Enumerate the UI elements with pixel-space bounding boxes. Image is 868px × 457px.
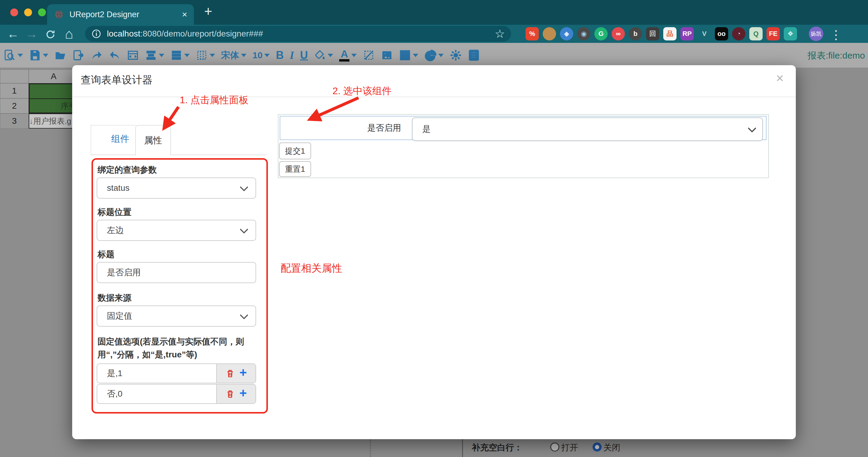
tab-close-icon[interactable]: × [182, 9, 187, 20]
url-bar[interactable]: localhost :8080/demo/ureport/designer###… [85, 26, 511, 42]
font-size-select[interactable]: 10 [252, 50, 270, 60]
underline-button[interactable]: U [300, 49, 308, 62]
clear-cell-button[interactable] [363, 49, 375, 61]
tab-properties-active[interactable]: 属性 [135, 125, 171, 155]
add-option-icon[interactable]: + [240, 389, 247, 397]
bold-button[interactable]: B [276, 49, 284, 62]
line-height-button[interactable] [170, 49, 190, 61]
home-icon[interactable]: ⌂ [60, 26, 79, 42]
report-designer-toolbar: 宋体 10 B I U A 报表:file:demo [0, 43, 868, 68]
redo-icon[interactable] [91, 49, 103, 61]
new-tab-button[interactable]: + [204, 3, 212, 19]
radio-open[interactable] [550, 443, 559, 452]
infinity-extension-icon[interactable]: ∞ [612, 27, 625, 40]
font-family-value: 宋体 [221, 49, 239, 62]
extensions-strip: %◆◉G∞b回品RPVoo◔QFE❖ [526, 27, 797, 40]
title-value: 是否启用 [107, 267, 141, 278]
bound-param-label: 绑定的查询参数 [98, 164, 157, 176]
pad-blank-rows-label: 补充空白行： [472, 442, 523, 453]
qrcode-button[interactable] [399, 49, 418, 61]
dialog-close-icon[interactable]: × [776, 71, 784, 86]
align-button[interactable] [145, 49, 164, 61]
blue-drop-extension-icon[interactable]: ◆ [560, 27, 573, 40]
fixed-option-actions: + [216, 364, 255, 383]
tab-panel-top-border [91, 125, 136, 126]
profile-avatar[interactable]: 扬凯 [809, 27, 823, 41]
font-color-button[interactable]: A [339, 49, 357, 62]
puzzle-extension-icon[interactable]: ❖ [784, 27, 797, 40]
axure-rp-extension-icon[interactable]: RP [680, 27, 694, 40]
sheet-cell-a3[interactable]: ↓ 用户报表.g [29, 113, 79, 129]
sheet-row-header-1[interactable]: 1 [0, 83, 29, 98]
scanner-extension-icon[interactable]: 回 [646, 27, 659, 40]
page-info-icon[interactable] [91, 29, 101, 39]
browser-menu-icon[interactable]: ⋮ [830, 28, 842, 42]
tab-components[interactable]: 组件 [103, 133, 137, 145]
settings-gear-icon[interactable] [450, 49, 462, 61]
chevron-down-icon [748, 124, 756, 132]
back-icon[interactable]: ← [4, 27, 22, 41]
tab-panel-left-border [91, 125, 91, 155]
cookie-extension-icon[interactable] [543, 27, 556, 40]
sheet-cell-a2[interactable]: 序号 [30, 99, 78, 113]
sheet-corner-cell[interactable] [0, 69, 29, 83]
title-input[interactable]: 是否启用 [97, 262, 256, 283]
keyhole-search-extension-icon[interactable]: Q [749, 27, 763, 40]
camera-extension-icon[interactable]: ◉ [577, 27, 590, 40]
radio-close-selected[interactable] [593, 443, 601, 452]
title-position-select[interactable]: 左边 [97, 220, 256, 241]
grammar-extension-icon[interactable]: G [594, 27, 608, 40]
window-minimize-button[interactable] [24, 8, 32, 16]
submit-button[interactable]: 提交1 [279, 142, 311, 159]
title-position-value: 左边 [107, 225, 124, 236]
sheet-col-header-a[interactable]: A [29, 69, 79, 83]
reset-button[interactable]: 重置1 [279, 161, 311, 177]
url-path: :8080/demo/ureport/designer### [141, 29, 263, 39]
bound-param-select[interactable]: status [97, 177, 256, 199]
dark-red-circle-extension-icon[interactable]: ◔ [732, 27, 745, 40]
fixed-option-row: 否,0 + [97, 384, 256, 404]
window-close-button[interactable] [10, 8, 18, 16]
bookmark-star-icon[interactable]: ☆ [495, 27, 505, 40]
tree-diagram-extension-icon[interactable]: 品 [663, 27, 677, 40]
query-form-designer-button[interactable] [468, 49, 480, 61]
chart-button[interactable] [424, 49, 444, 61]
radio-close-label[interactable]: 关闭 [603, 442, 620, 453]
radio-open-label[interactable]: 打开 [561, 442, 578, 453]
canvas-dashed-divider [370, 439, 371, 457]
fill-color-button[interactable] [314, 49, 333, 61]
oo-black-extension-icon[interactable]: oo [715, 27, 728, 40]
fixed-option-input-2[interactable]: 否,0 [97, 385, 216, 403]
add-option-icon[interactable]: + [240, 368, 247, 377]
bird-extension-icon[interactable]: b [629, 27, 642, 40]
border-grid-button[interactable] [196, 49, 215, 61]
browser-tab[interactable]: UReport2 Designer × [47, 4, 194, 25]
save-button[interactable] [29, 49, 48, 61]
window-zoom-button[interactable] [38, 8, 46, 16]
delete-option-icon[interactable] [226, 389, 235, 398]
fixed-option-input-1[interactable]: 是,1 [97, 364, 216, 383]
import-template-button[interactable] [72, 49, 85, 61]
preview-button[interactable] [4, 49, 23, 61]
sheet-selected-cells[interactable]: 序号 [29, 83, 79, 113]
delete-option-icon[interactable] [226, 369, 235, 378]
sheet-row-header-3[interactable]: 3 [0, 113, 29, 129]
italic-button[interactable]: I [290, 49, 294, 62]
vue-devtools-extension-icon[interactable]: V [698, 27, 711, 40]
font-family-select[interactable]: 宋体 [221, 49, 246, 62]
preview-field-select[interactable]: 是 [412, 118, 763, 141]
code-snippet-extension-icon[interactable]: % [526, 27, 539, 40]
forward-icon[interactable]: → [22, 27, 41, 41]
selected-form-component[interactable]: 是否启用 是 [280, 116, 767, 140]
reload-icon[interactable] [41, 27, 60, 41]
browser-tab-bar: UReport2 Designer × + [0, 0, 868, 25]
open-file-button[interactable] [54, 49, 66, 61]
insert-image-button[interactable] [381, 49, 393, 61]
data-source-select[interactable]: 固定值 [97, 305, 256, 327]
merge-cell-button[interactable] [127, 49, 139, 61]
sheet-row-header-2[interactable]: 2 [0, 98, 29, 113]
font-size-value: 10 [252, 50, 262, 60]
undo-icon[interactable] [109, 49, 121, 61]
annotation-step2: 2. 选中该组件 [333, 85, 392, 98]
fe-helper-extension-icon[interactable]: FE [767, 27, 780, 40]
